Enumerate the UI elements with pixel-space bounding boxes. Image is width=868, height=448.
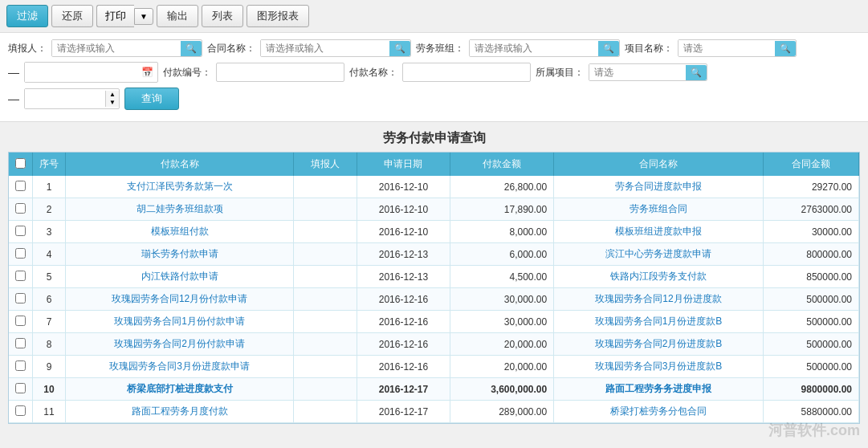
row-payment-name[interactable]: 瑐长劳务付款申请 [66, 243, 294, 266]
filler-input[interactable] [52, 40, 181, 56]
row-checkbox-cell[interactable] [9, 176, 33, 198]
date-from-input[interactable] [25, 63, 137, 82]
row-payment-name[interactable]: 玫瑰园劳务合同1月份付款申请 [66, 311, 294, 333]
row-filler [294, 356, 357, 378]
spinner-wrap: ▲ ▼ [24, 88, 120, 109]
filler-label: 填报人： [8, 42, 47, 55]
chart-button[interactable]: 图形报表 [247, 5, 309, 27]
row-checkbox[interactable] [15, 248, 26, 259]
print-button[interactable]: 打印 [96, 5, 134, 27]
row-apply-date: 2016-12-17 [357, 378, 450, 401]
list-button[interactable]: 列表 [202, 5, 243, 27]
row-payment-name[interactable]: 支付江泽民劳务款第一次 [66, 176, 294, 198]
row-payment-name[interactable]: 模板班组付款 [66, 221, 294, 243]
row-checkbox-cell[interactable] [9, 333, 33, 356]
filter-button[interactable]: 过滤 [6, 5, 48, 27]
row-contract-name[interactable]: 滨江中心劳务进度款申请 [554, 243, 764, 266]
row-checkbox-cell[interactable] [9, 356, 33, 378]
row-checkbox-cell[interactable] [9, 198, 33, 221]
spinner-input[interactable] [25, 89, 105, 108]
row-contract-amount: 850000.00 [763, 266, 858, 288]
row-checkbox[interactable] [15, 383, 26, 393]
row-checkbox[interactable] [15, 316, 26, 326]
row-checkbox-cell[interactable] [9, 288, 33, 311]
row-apply-date: 2016-12-17 [357, 401, 450, 423]
export-button[interactable]: 输出 [157, 5, 198, 27]
row-contract-amount: 30000.00 [763, 221, 858, 243]
filler-search-icon[interactable]: 🔍 [181, 41, 202, 56]
row-checkbox[interactable] [15, 293, 26, 303]
row-apply-date: 2016-12-16 [357, 333, 450, 356]
row-checkbox[interactable] [15, 203, 26, 214]
row-checkbox-cell[interactable] [9, 243, 33, 266]
table-row: 9 玫瑰园劳务合同3月份进度款申请 2016-12-16 20,000.00 玫… [9, 356, 859, 378]
select-all-checkbox[interactable] [15, 158, 26, 169]
row-checkbox[interactable] [15, 181, 26, 191]
row-contract-name[interactable]: 玫瑰园劳务合同2月份进度款B [554, 333, 764, 356]
contract-name-search-icon[interactable]: 🔍 [389, 41, 410, 56]
row-contract-name[interactable]: 玫瑰园劳务合同3月份进度款B [554, 356, 764, 378]
spinner-up-arrow[interactable]: ▲ [106, 91, 119, 99]
row-seq: 2 [33, 198, 66, 221]
filter-row-2: — 📅 付款编号： 付款名称： 所属项目： 🔍 [8, 62, 860, 83]
header-apply-date: 申请日期 [357, 153, 450, 176]
belong-project-search-icon[interactable]: 🔍 [686, 65, 707, 80]
row-payment-name[interactable]: 玫瑰园劳务合同3月份进度款申请 [66, 356, 294, 378]
row-checkbox-cell[interactable] [9, 311, 33, 333]
spinner-down-arrow[interactable]: ▼ [106, 99, 119, 107]
contract-name-label: 合同名称： [207, 42, 255, 55]
header-seq: 序号 [33, 153, 66, 176]
payment-name-input[interactable] [402, 63, 531, 82]
row-checkbox-cell[interactable] [9, 401, 33, 423]
row-checkbox-cell[interactable] [9, 266, 33, 288]
row-payment-name[interactable]: 胡二娃劳务班组款项 [66, 198, 294, 221]
project-name-search-icon[interactable]: 🔍 [775, 41, 796, 56]
row-checkbox[interactable] [15, 271, 26, 281]
row-payment-name[interactable]: 玫瑰园劳务合同12月份付款申请 [66, 288, 294, 311]
reset-button[interactable]: 还原 [51, 5, 93, 27]
row-payment-name[interactable]: 玫瑰园劳务合同2月份付款申请 [66, 333, 294, 356]
labor-team-search-icon[interactable]: 🔍 [598, 41, 619, 56]
row-filler [294, 221, 357, 243]
row-checkbox-cell[interactable] [9, 221, 33, 243]
row-contract-name[interactable]: 路面工程劳务务进度申报 [554, 378, 764, 401]
row-checkbox[interactable] [15, 360, 26, 371]
row-contract-name[interactable]: 桥梁打桩劳务分包合同 [554, 401, 764, 423]
row-contract-name[interactable]: 劳务合同进度款申报 [554, 176, 764, 198]
row-contract-name[interactable]: 铁路内江段劳务支付款 [554, 266, 764, 288]
row-filler [294, 333, 357, 356]
query-button[interactable]: 查询 [124, 88, 179, 110]
row-payment-name[interactable]: 桥梁底部打桩进度款支付 [66, 378, 294, 401]
labor-team-input[interactable] [470, 40, 598, 56]
row-contract-name[interactable]: 模板班组进度款申报 [554, 221, 764, 243]
contract-name-input[interactable] [261, 40, 389, 56]
filter-row-3: — ▲ ▼ 查询 [8, 88, 860, 110]
row-payment-name[interactable]: 内江铁路付款申请 [66, 266, 294, 288]
project-name-input[interactable] [679, 40, 775, 56]
row-contract-name[interactable]: 玫瑰园劳务合同12月份进度款 [554, 288, 764, 311]
header-filler: 填报人 [294, 153, 357, 176]
row-checkbox-cell[interactable] [9, 378, 33, 401]
row-checkbox[interactable] [15, 226, 26, 236]
row-apply-date: 2016-12-16 [357, 288, 450, 311]
payment-code-label: 付款编号： [163, 66, 211, 79]
row-filler [294, 176, 357, 198]
row-checkbox[interactable] [15, 338, 26, 348]
row-payment-name[interactable]: 路面工程劳务月度付款 [66, 401, 294, 423]
table-row: 2 胡二娃劳务班组款项 2016-12-10 17,890.00 劳务班组合同 … [9, 198, 859, 221]
payment-code-input[interactable] [216, 63, 344, 82]
print-dropdown-arrow[interactable]: ▼ [134, 8, 153, 25]
header-checkbox[interactable] [9, 153, 33, 176]
row-seq: 3 [33, 221, 66, 243]
row-contract-name[interactable]: 劳务班组合同 [554, 198, 764, 221]
calendar-icon[interactable]: 📅 [137, 64, 157, 80]
row-contract-amount: 2763000.00 [763, 198, 858, 221]
row-contract-amount: 5880000.00 [763, 401, 858, 423]
row-filler [294, 288, 357, 311]
spinner-arrows: ▲ ▼ [105, 91, 119, 107]
belong-project-input[interactable] [589, 64, 686, 80]
row-apply-date: 2016-12-16 [357, 311, 450, 333]
row-checkbox[interactable] [15, 405, 26, 416]
row-filler [294, 401, 357, 423]
row-contract-name[interactable]: 玫瑰园劳务合同1月份进度款B [554, 311, 764, 333]
